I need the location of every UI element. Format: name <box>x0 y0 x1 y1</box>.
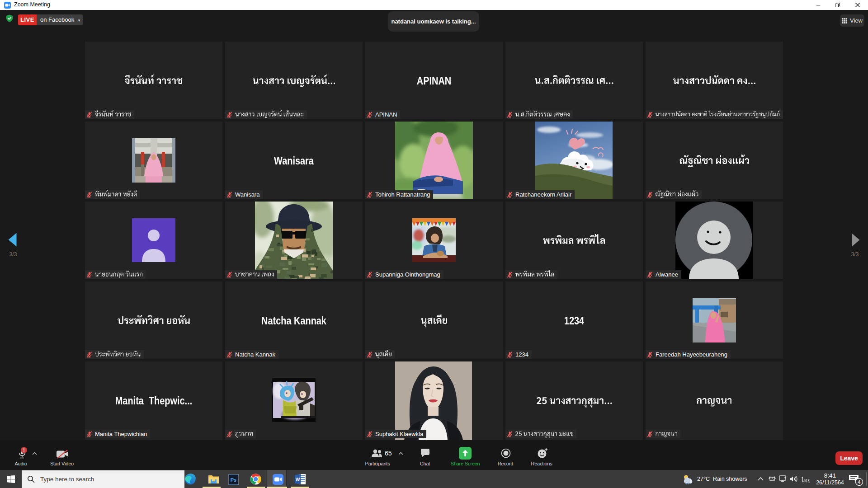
svg-text:4: 4 <box>858 479 861 485</box>
svg-text:Ps: Ps <box>231 477 236 483</box>
svg-text:W: W <box>296 477 300 482</box>
